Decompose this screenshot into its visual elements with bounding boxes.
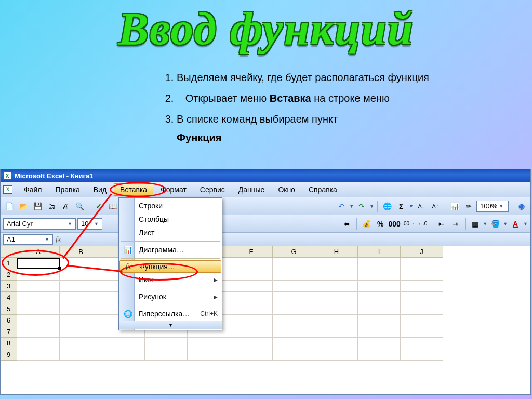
cell[interactable] — [145, 338, 188, 349]
select-all-corner[interactable] — [1, 246, 17, 258]
new-icon[interactable]: 📄 — [3, 200, 16, 212]
font-box[interactable]: Arial Cyr▼ — [3, 218, 76, 230]
menu-file[interactable]: Файл — [18, 183, 48, 196]
cell[interactable] — [358, 269, 401, 281]
name-box[interactable]: A1▼ — [3, 234, 53, 245]
cell[interactable] — [188, 338, 230, 349]
dropdown-expand[interactable]: ▾ — [119, 321, 222, 329]
cell[interactable] — [315, 281, 358, 292]
merge-icon[interactable]: ⬌ — [341, 218, 353, 230]
cell[interactable] — [273, 258, 315, 269]
dropdown-columns[interactable]: Столбцы — [119, 212, 222, 226]
redo-icon[interactable]: ↷ — [355, 200, 368, 212]
cell[interactable] — [145, 349, 188, 361]
chart-icon[interactable]: 📊 — [448, 200, 461, 212]
cell[interactable] — [273, 349, 315, 361]
row-3[interactable]: 3 — [1, 281, 17, 292]
comma-icon[interactable]: 000 — [388, 218, 401, 230]
col-G[interactable]: G — [273, 246, 315, 258]
menu-data[interactable]: Данные — [232, 183, 271, 196]
cell[interactable] — [60, 338, 102, 349]
dropdown-chart[interactable]: 📊Диаграмма… — [119, 243, 222, 257]
col-I[interactable]: I — [358, 246, 401, 258]
cell[interactable] — [273, 281, 315, 292]
cell[interactable] — [315, 258, 358, 269]
cell[interactable] — [358, 338, 401, 349]
cell[interactable] — [17, 338, 60, 349]
cell[interactable] — [358, 281, 401, 292]
cell[interactable] — [188, 349, 230, 361]
cell[interactable] — [401, 315, 443, 326]
cell[interactable] — [401, 269, 443, 281]
menu-insert[interactable]: Вставка — [114, 183, 153, 196]
cell[interactable] — [401, 303, 443, 315]
cell[interactable] — [17, 303, 60, 315]
research-icon[interactable]: 📖 — [107, 200, 119, 212]
dropdown-name[interactable]: Имя▶ — [119, 273, 222, 286]
cell[interactable] — [230, 326, 273, 338]
cell[interactable] — [273, 303, 315, 315]
dropdown-picture[interactable]: Рисунок▶ — [119, 290, 222, 303]
cell-A1[interactable] — [17, 258, 60, 269]
cell[interactable] — [401, 292, 443, 303]
cell[interactable] — [273, 269, 315, 281]
cell[interactable] — [230, 281, 273, 292]
permission-icon[interactable]: 🗂 — [45, 200, 58, 212]
cell[interactable] — [273, 326, 315, 338]
cell[interactable] — [401, 338, 443, 349]
hyperlink-icon[interactable]: 🌐 — [381, 200, 393, 212]
cell[interactable] — [315, 338, 358, 349]
menu-edit[interactable]: Правка — [49, 183, 86, 196]
cell[interactable] — [102, 349, 145, 361]
col-J[interactable]: J — [401, 246, 443, 258]
cell[interactable] — [230, 258, 273, 269]
cell[interactable] — [401, 326, 443, 338]
cell[interactable] — [315, 292, 358, 303]
cell[interactable] — [230, 338, 273, 349]
drawing-icon[interactable]: ✏ — [462, 200, 475, 212]
cell[interactable] — [17, 292, 60, 303]
menu-view[interactable]: Вид — [87, 183, 113, 196]
dropdown-hyperlink[interactable]: 🌐Гиперссылка…Ctrl+K — [119, 307, 222, 321]
cell[interactable] — [230, 349, 273, 361]
row-5[interactable]: 5 — [1, 303, 17, 315]
cell[interactable] — [230, 303, 273, 315]
cell[interactable] — [60, 315, 102, 326]
border-icon[interactable]: ▦ — [469, 218, 481, 230]
dropdown-function[interactable]: fxФункция… — [119, 260, 221, 273]
col-F[interactable]: F — [230, 246, 273, 258]
dropdown-sheet[interactable]: Лист — [119, 226, 222, 240]
row-7[interactable]: 7 — [1, 326, 17, 338]
cell[interactable] — [401, 349, 443, 361]
cell[interactable] — [17, 269, 60, 281]
preview-icon[interactable]: 🔍 — [73, 200, 86, 212]
cell[interactable] — [273, 315, 315, 326]
dropdown-rows[interactable]: Строки — [119, 199, 222, 212]
currency-icon[interactable]: 💰 — [360, 218, 373, 230]
zoom-box[interactable]: 100%▼ — [476, 201, 509, 212]
cell[interactable] — [230, 292, 273, 303]
open-icon[interactable]: 📂 — [17, 200, 30, 212]
sort-desc-icon[interactable]: A↑ — [429, 200, 442, 212]
menu-help[interactable]: Справка — [302, 183, 343, 196]
row-1[interactable]: 1 — [1, 258, 17, 269]
cell[interactable] — [60, 292, 102, 303]
cell[interactable] — [60, 349, 102, 361]
cell[interactable] — [273, 338, 315, 349]
cell[interactable] — [401, 258, 443, 269]
save-icon[interactable]: 💾 — [31, 200, 44, 212]
worksheet-grid[interactable]: A B C D E F G H I J 1 2 3 4 5 6 7 8 9 — [1, 246, 530, 394]
cell[interactable] — [358, 326, 401, 338]
dec-decimal-icon[interactable]: ←.0 — [416, 218, 429, 230]
sort-asc-icon[interactable]: A↓ — [415, 200, 428, 212]
cell[interactable] — [230, 315, 273, 326]
row-2[interactable]: 2 — [1, 269, 17, 281]
menu-tools[interactable]: Сервис — [194, 183, 231, 196]
cell[interactable] — [60, 326, 102, 338]
cell[interactable] — [102, 338, 145, 349]
row-4[interactable]: 4 — [1, 292, 17, 303]
row-9[interactable]: 9 — [1, 349, 17, 361]
cell[interactable] — [358, 349, 401, 361]
cell[interactable] — [17, 326, 60, 338]
cell[interactable] — [60, 303, 102, 315]
